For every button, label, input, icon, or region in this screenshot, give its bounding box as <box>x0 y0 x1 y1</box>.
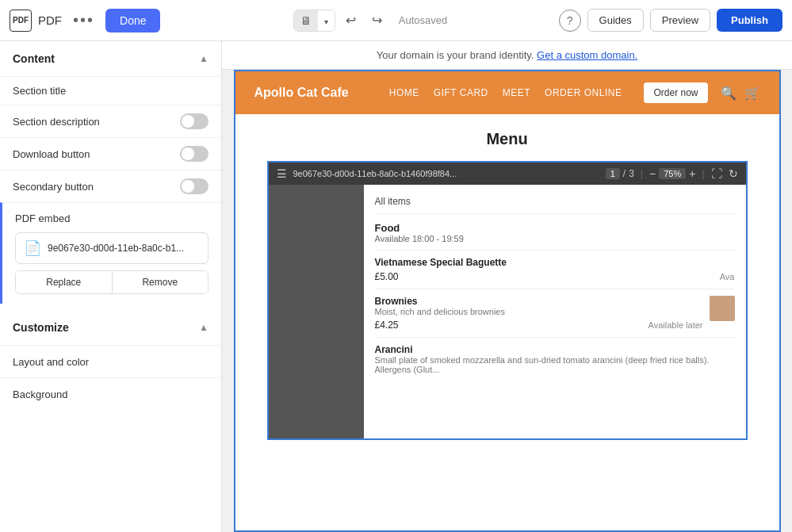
customize-section: Customize ▲ Layout and color Background <box>0 310 221 410</box>
website-preview: Apollo Cat Cafe HOME GIFT CARD MEET ORDE… <box>234 70 781 532</box>
remove-button[interactable]: Remove <box>112 271 209 293</box>
menu-content: Menu ☰ 9e067e30-d00d-11eb-8a0c-b1460f98f… <box>235 114 779 469</box>
section-description-toggle[interactable] <box>180 113 209 129</box>
pdf-file-row: 📄 9e067e30-d00d-11eb-8a0c-b1... <box>15 232 209 264</box>
background-item[interactable]: Background <box>0 377 221 410</box>
nav-link-meet[interactable]: MEET <box>503 87 530 98</box>
pdf-actions: Replace Remove <box>15 270 209 294</box>
done-button[interactable]: Done <box>105 9 160 33</box>
section-title-label: Section title <box>13 85 66 97</box>
nav-link-home[interactable]: HOME <box>389 87 419 98</box>
download-button-item[interactable]: Download button <box>0 137 221 170</box>
top-toolbar: PDF PDF ••• Done 🖥 ▾ ↩ ↪ Autosaved ? Gui… <box>0 0 792 41</box>
pdf-item2-row: Brownies Moist, rich and delicious brown… <box>375 296 735 331</box>
pdf-item2-price-row: £4.25 Available later <box>375 320 703 331</box>
redo-button[interactable]: ↪ <box>366 9 388 32</box>
pdf-zoom-value: 75% <box>659 168 686 179</box>
section-description-item[interactable]: Section description <box>0 105 221 137</box>
pdf-item2-availability: Available later <box>649 320 703 330</box>
pdf-body: All items Food Available 18:00 - 19:59 V… <box>269 185 746 438</box>
pdf-item3-name: Arancini <box>375 344 735 355</box>
pdf-page-separator: / <box>623 168 626 179</box>
domain-banner-link[interactable]: Get a custom domain. <box>537 49 637 61</box>
site-nav: Apollo Cat Cafe HOME GIFT CARD MEET ORDE… <box>235 71 779 114</box>
replace-button[interactable]: Replace <box>16 271 112 293</box>
pdf-item3-desc: Small plate of smoked mozzarella and sun… <box>375 355 735 374</box>
cart-nav-icon[interactable]: 🛒 <box>744 86 760 101</box>
pdf-sidebar <box>269 185 364 438</box>
order-now-button[interactable]: Order now <box>644 82 707 103</box>
pdf-embed-section: PDF embed 📄 9e067e30-d00d-11eb-8a0c-b1..… <box>0 202 221 304</box>
guides-button[interactable]: Guides <box>587 9 644 32</box>
domain-banner-text: Your domain is your brand identity. <box>377 49 534 61</box>
layout-color-item[interactable]: Layout and color <box>0 345 221 377</box>
toolbar-left: PDF PDF ••• Done <box>10 9 189 33</box>
device-chevron-button[interactable]: ▾ <box>318 10 335 31</box>
pdf-page-info: 1 / 3 <box>606 168 634 179</box>
secondary-button-toggle[interactable] <box>180 178 209 194</box>
pdf-item2-desc: Moist, rich and delicious brownies <box>375 307 703 316</box>
customize-chevron-icon: ▲ <box>199 322 209 333</box>
nav-links: HOME GIFT CARD MEET ORDER ONLINE <box>389 87 622 98</box>
nav-link-giftcard[interactable]: GIFT CARD <box>434 87 488 98</box>
pdf-food-category: Food <box>375 222 735 234</box>
toolbar-center: 🖥 ▾ ↩ ↪ Autosaved <box>195 9 553 32</box>
secondary-button-item[interactable]: Secondary button <box>0 170 221 202</box>
pdf-food-available: Available 18:00 - 19:59 <box>375 234 735 243</box>
undo-button[interactable]: ↩ <box>340 9 362 32</box>
pdf-menu-icon[interactable]: ☰ <box>277 167 287 180</box>
download-button-label: Download button <box>13 148 90 160</box>
app-title: PDF <box>38 13 62 27</box>
pdf-item1-availability: Ava <box>720 272 735 281</box>
app-icon: PDF <box>10 10 32 32</box>
help-button[interactable]: ? <box>559 10 581 32</box>
left-panel: Content ▲ Section title Section descript… <box>0 41 222 532</box>
pdf-item2-content: Brownies Moist, rich and delicious brown… <box>375 296 703 331</box>
pdf-total-pages: 3 <box>629 168 634 179</box>
autosaved-status: Autosaved <box>392 14 453 26</box>
pdf-divider-bar2: | <box>702 168 704 179</box>
pdf-item1-price: £5.00 <box>375 271 399 282</box>
background-label: Background <box>13 388 67 400</box>
main-area: Content ▲ Section title Section descript… <box>0 41 792 532</box>
secondary-button-label: Secondary button <box>13 181 94 193</box>
pdf-all-items: All items <box>375 196 735 214</box>
pdf-item2-name: Brownies <box>375 296 703 307</box>
download-button-toggle[interactable] <box>180 146 209 162</box>
preview-button[interactable]: Preview <box>650 9 710 32</box>
pdf-viewer-filename: 9e067e30-d00d-11eb-8a0c-b1460f98f84... <box>293 169 599 178</box>
search-nav-icon[interactable]: 🔍 <box>721 86 737 101</box>
pdf-viewer: ☰ 9e067e30-d00d-11eb-8a0c-b1460f98f84...… <box>267 161 748 440</box>
pdf-divider2 <box>375 289 735 289</box>
device-selector[interactable]: 🖥 ▾ <box>293 10 335 32</box>
pdf-item2-price: £4.25 <box>375 320 399 331</box>
kebab-menu-button[interactable]: ••• <box>68 10 99 31</box>
pdf-main-content: All items Food Available 18:00 - 19:59 V… <box>364 185 746 438</box>
pdf-divider3 <box>375 337 735 338</box>
content-section-header[interactable]: Content ▲ <box>0 41 221 76</box>
content-section-title: Content <box>13 52 55 65</box>
pdf-viewer-toolbar: ☰ 9e067e30-d00d-11eb-8a0c-b1460f98f84...… <box>269 163 746 185</box>
content-chevron-icon: ▲ <box>199 53 209 64</box>
pdf-food-section: Food Available 18:00 - 19:59 Vietnamese … <box>375 222 735 374</box>
pdf-rotate-icon[interactable]: ↻ <box>729 167 738 180</box>
menu-title: Menu <box>254 130 760 148</box>
preview-area: Your domain is your brand identity. Get … <box>222 41 792 532</box>
customize-section-header[interactable]: Customize ▲ <box>0 310 221 345</box>
customize-section-title: Customize <box>13 321 69 334</box>
pdf-zoom-controls: − 75% + <box>649 167 695 180</box>
pdf-file-icon: 📄 <box>24 239 41 257</box>
pdf-divider-bar: | <box>641 168 643 179</box>
publish-button[interactable]: Publish <box>717 9 782 32</box>
pdf-zoom-out-button[interactable]: − <box>649 167 656 180</box>
pdf-item1-price-row: £5.00 Ava <box>375 271 735 282</box>
section-title-item: Section title <box>0 76 221 105</box>
nav-link-order[interactable]: ORDER ONLINE <box>545 87 622 98</box>
desktop-device-button[interactable]: 🖥 <box>294 10 318 31</box>
pdf-item1-name: Vietnamese Special Baguette <box>375 257 735 268</box>
pdf-fullscreen-icon[interactable]: ⛶ <box>711 167 722 180</box>
layout-color-label: Layout and color <box>13 356 89 368</box>
pdf-item2-image <box>710 296 735 321</box>
pdf-filename-text: 9e067e30-d00d-11eb-8a0c-b1... <box>48 243 200 254</box>
pdf-zoom-in-button[interactable]: + <box>689 167 695 180</box>
